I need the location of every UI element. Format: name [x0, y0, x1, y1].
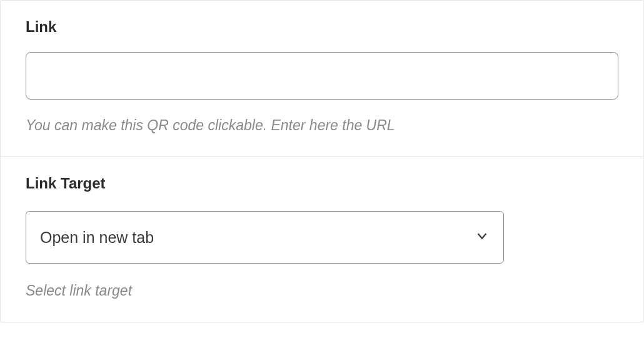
link-help-text: You can make this QR code clickable. Ent… — [26, 117, 618, 134]
link-target-select-wrapper: Open in new tab — [26, 211, 504, 264]
link-target-help-text: Select link target — [26, 282, 618, 299]
link-input[interactable] — [26, 52, 618, 100]
link-target-selected-value: Open in new tab — [40, 229, 154, 247]
link-target-label: Link Target — [26, 175, 618, 192]
link-label: Link — [26, 18, 618, 36]
link-target-select[interactable]: Open in new tab — [26, 211, 504, 264]
link-section: Link You can make this QR code clickable… — [1, 1, 643, 157]
settings-panel: Link You can make this QR code clickable… — [0, 0, 644, 322]
link-target-section: Link Target Open in new tab Select link … — [1, 157, 643, 322]
